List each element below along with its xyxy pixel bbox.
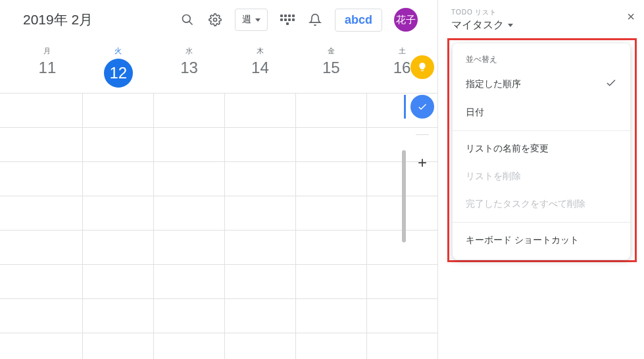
search-icon[interactable] <box>180 12 195 28</box>
day-header-row: 月11火12水13木14金15土16 <box>0 40 437 94</box>
close-icon[interactable]: × <box>627 9 635 24</box>
menu-divider <box>453 222 630 223</box>
day-number: 15 <box>295 59 366 77</box>
notifications-icon[interactable] <box>307 12 323 28</box>
view-selector[interactable]: 週 <box>235 9 268 31</box>
day-name: 火 <box>83 46 154 56</box>
chevron-down-icon <box>255 18 260 22</box>
chevron-down-icon <box>508 24 513 27</box>
day-name: 金 <box>295 46 366 56</box>
calendar-main: 2019年 2月 週 abcd 花子 <box>0 0 437 359</box>
view-label: 週 <box>242 14 251 26</box>
menu-sort-date[interactable]: 日付 <box>453 99 630 126</box>
tasks-menu: 並べ替え 指定した順序 日付 リストの名前を変更 リストを削除 完了したタスクを… <box>453 43 630 260</box>
menu-shortcuts[interactable]: キーボード ショートカット <box>453 227 630 254</box>
day-number: 12 <box>104 59 133 88</box>
user-badge[interactable]: abcd <box>335 9 382 32</box>
scrollbar[interactable] <box>402 150 406 242</box>
keep-icon[interactable] <box>410 55 434 79</box>
avatar[interactable]: 花子 <box>394 8 418 32</box>
day-name: 月 <box>12 46 83 56</box>
day-column[interactable]: 木14 <box>224 40 295 93</box>
tasks-icon[interactable] <box>410 95 434 119</box>
menu-delete-list: リストを削除 <box>453 163 630 190</box>
day-number: 14 <box>224 59 295 77</box>
day-column[interactable]: 月11 <box>12 40 83 93</box>
rail-divider <box>416 134 429 135</box>
menu-divider <box>453 130 630 131</box>
tasks-list-name: マイタスク <box>451 18 504 32</box>
day-column[interactable]: 水13 <box>154 40 225 93</box>
menu-sort-custom[interactable]: 指定した順序 <box>453 69 630 99</box>
day-column[interactable]: 金15 <box>295 40 366 93</box>
tasks-list-selector[interactable]: マイタスク <box>451 18 632 32</box>
menu-rename[interactable]: リストの名前を変更 <box>453 135 630 163</box>
menu-sort-label: 並べ替え <box>453 49 630 69</box>
day-name: 木 <box>224 46 295 56</box>
day-number: 13 <box>154 59 225 77</box>
header: 2019年 2月 週 abcd 花子 <box>0 0 437 40</box>
side-rail: + <box>407 46 438 175</box>
check-icon <box>605 77 617 91</box>
calendar-grid: 月11火12水13木14金15土16 <box>0 40 437 359</box>
svg-line-1 <box>189 22 192 25</box>
svg-point-0 <box>182 15 190 23</box>
date-title: 2019年 2月 <box>23 11 93 29</box>
tasks-label: TODO リスト <box>451 8 632 17</box>
menu-delete-completed: 完了したタスクをすべて削除 <box>453 190 630 218</box>
header-toolbar: 週 abcd 花子 <box>180 8 418 32</box>
day-column[interactable]: 火12 <box>83 40 154 93</box>
time-grid[interactable] <box>0 94 437 359</box>
apps-icon[interactable] <box>280 12 295 28</box>
svg-point-2 <box>213 18 216 22</box>
add-icon[interactable]: + <box>410 151 434 175</box>
tasks-header: TODO リスト マイタスク × <box>438 8 644 39</box>
day-name: 水 <box>154 46 225 56</box>
settings-icon[interactable] <box>207 12 223 28</box>
day-number: 11 <box>12 59 83 77</box>
